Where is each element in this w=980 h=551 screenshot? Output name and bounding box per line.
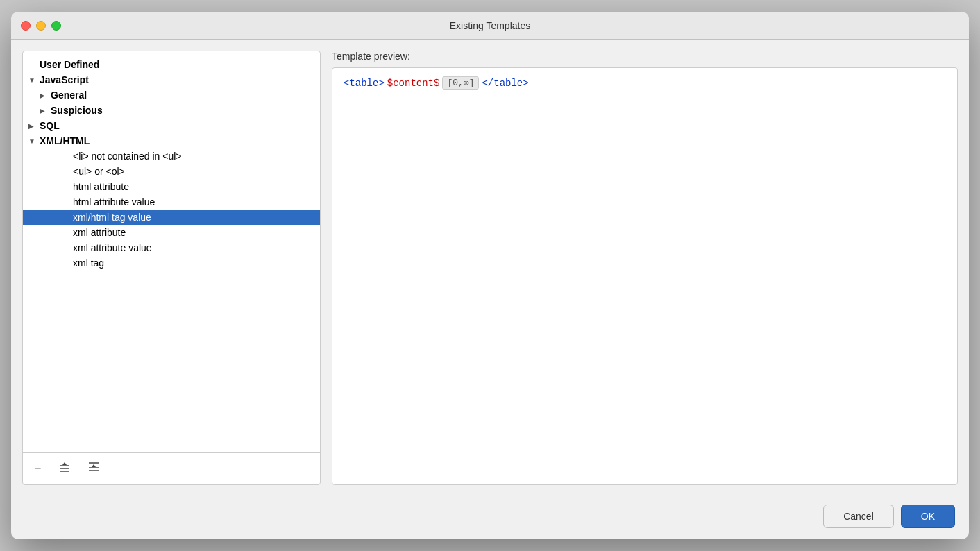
tree-item-label: User Defined [40,59,99,70]
preview-code: <table> $content$ [0,∞] </table> [344,76,946,90]
tree-item-label: xml/html tag value [73,212,151,223]
tree-item-xml-tag[interactable]: xml tag [23,255,320,271]
title-bar: Existing Templates [11,12,969,40]
arrow-icon: ▼ [28,76,40,84]
tree-item-label: xml attribute value [73,242,152,253]
tree-item-label: xml attribute [73,227,126,238]
tree-item-label: <li> not contained in <ul> [73,151,181,162]
code-multiplicity-bracket: [0,∞] [442,76,479,90]
template-tree-panel: User Defined ▼ JavaScript ▶ General ▶ Su… [22,51,321,485]
arrow-icon: ▶ [28,122,40,130]
arrow-icon: ▶ [40,107,51,115]
close-button[interactable] [21,21,31,31]
tree-item-html-attribute-value[interactable]: html attribute value [23,194,320,210]
dialog: Existing Templates User Defined ▼ JavaSc… [11,12,969,539]
remove-icon: − [34,461,42,476]
move-top-icon [87,461,100,477]
preview-label: Template preview: [332,51,958,62]
tree-item-xml-attribute[interactable]: xml attribute [23,225,320,240]
tree-item-user-defined[interactable]: User Defined [23,57,320,72]
arrow-icon: ▶ [40,92,51,99]
tree-item-label: html attribute value [73,196,155,207]
preview-box: <table> $content$ [0,∞] </table> [332,67,958,485]
move-up-button[interactable] [53,459,76,479]
tree-item-label: html attribute [73,181,129,192]
move-top-button[interactable] [82,459,105,480]
code-content-var: $content$ [387,78,440,89]
tree-item-xml-html[interactable]: ▼ XML/HTML [23,133,320,149]
tree-item-label: xml tag [73,257,104,269]
dialog-body: User Defined ▼ JavaScript ▶ General ▶ Su… [11,40,969,496]
tree-item-label: XML/HTML [40,135,90,146]
tree-item-label: JavaScript [40,74,89,85]
tree-item-javascript[interactable]: ▼ JavaScript [23,72,320,87]
tree-item-suspicious[interactable]: ▶ Suspicious [23,103,320,118]
tree-item-html-attribute[interactable]: html attribute [23,179,320,194]
tree-item-sql[interactable]: ▶ SQL [23,118,320,133]
tree-item-label: SQL [40,120,60,131]
tree-item-li-not-in-ul[interactable]: <li> not contained in <ul> [23,149,320,164]
tree-item-xml-html-tag-value[interactable]: xml/html tag value [23,210,320,225]
tree-item-label: General [51,90,87,101]
ok-button[interactable]: OK [901,505,955,528]
tree-item-label: Suspicious [51,105,103,116]
tree-toolbar: − [23,452,320,484]
code-table-open: <table> [344,78,385,89]
arrow-icon: ▼ [28,137,40,145]
minimize-button[interactable] [36,21,46,31]
preview-panel: Template preview: <table> $content$ [0,∞… [332,51,958,485]
template-tree[interactable]: User Defined ▼ JavaScript ▶ General ▶ Su… [23,51,320,452]
tree-item-ul-or-ol[interactable]: <ul> or <ol> [23,164,320,179]
arrow-icon [28,61,40,69]
remove-button[interactable]: − [28,459,47,479]
code-table-close: </table> [482,78,528,89]
maximize-button[interactable] [51,21,61,31]
dialog-footer: Cancel OK [11,496,969,539]
dialog-title: Existing Templates [450,20,530,31]
traffic-lights [21,21,61,31]
tree-item-general[interactable]: ▶ General [23,87,320,103]
tree-item-xml-attribute-value[interactable]: xml attribute value [23,240,320,255]
cancel-button[interactable]: Cancel [823,505,894,528]
tree-item-label: <ul> or <ol> [73,166,125,177]
move-up-icon [58,461,71,476]
